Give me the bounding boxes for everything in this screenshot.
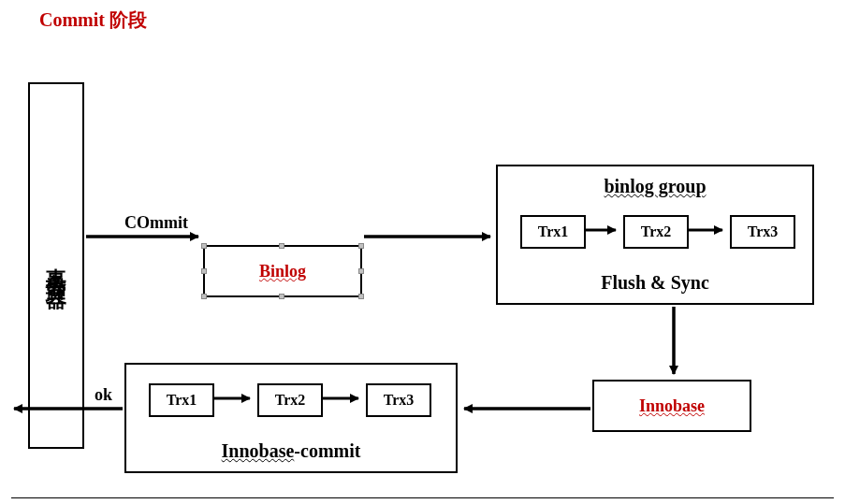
edge-label-commit: COmmit	[124, 213, 188, 233]
innobase-commit-trx3: Trx3	[366, 383, 431, 417]
innobase-label: Innobase	[639, 396, 705, 416]
binlog-group-title: binlog group	[604, 176, 706, 197]
diagram-title: Commit 阶段	[39, 7, 147, 33]
transaction-manager-box: 事务管理器	[28, 82, 84, 449]
binlog-group-footer: Flush & Sync	[601, 272, 709, 294]
binlog-group-trx3: Trx3	[730, 215, 795, 249]
edge-label-ok: ok	[95, 385, 112, 405]
innobase-commit-trx1: Trx1	[149, 383, 214, 417]
transaction-manager-label: 事务管理器	[42, 252, 70, 280]
innobase-commit-box: Trx1 Trx2 Trx3 Innobase-commit	[124, 363, 458, 473]
innobase-box: Innobase	[592, 380, 751, 432]
binlog-label: Binlog	[259, 262, 306, 281]
binlog-group-trx2: Trx2	[623, 215, 689, 249]
binlog-group-box: binlog group Trx1 Trx2 Trx3 Flush & Sync	[496, 165, 814, 305]
binlog-group-trx1: Trx1	[520, 215, 586, 249]
innobase-commit-trx2: Trx2	[257, 383, 323, 417]
innobase-commit-footer: Innobase-commit	[222, 440, 361, 462]
binlog-box: Binlog	[203, 245, 362, 297]
page-footer-divider	[11, 497, 834, 498]
